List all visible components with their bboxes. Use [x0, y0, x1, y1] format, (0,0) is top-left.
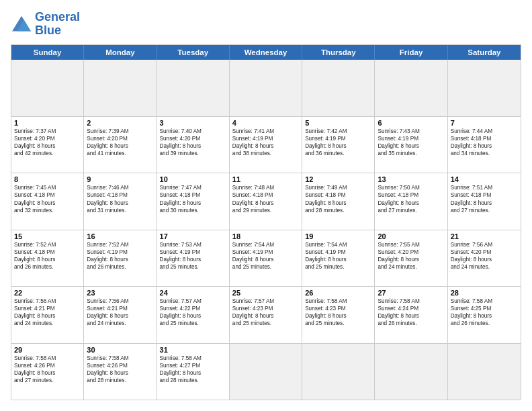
day-number: 17 — [160, 232, 226, 240]
day-number: 19 — [305, 232, 371, 240]
cell-line: Sunrise: 7:55 AM — [378, 241, 444, 248]
cell-line: Sunrise: 7:43 AM — [378, 128, 444, 135]
cell-line: Daylight: 8 hours — [14, 369, 81, 377]
cell-line: Sunset: 4:18 PM — [14, 191, 81, 199]
cell-line: and 26 minutes. — [451, 320, 518, 327]
day-number: 12 — [305, 175, 371, 183]
day-number: 31 — [160, 346, 226, 354]
day-number: 10 — [160, 175, 226, 183]
header-day-tuesday: Tuesday — [157, 45, 230, 60]
cell-line: Sunrise: 7:56 AM — [87, 298, 153, 305]
cell-line: Sunrise: 7:50 AM — [378, 184, 444, 191]
day-cell-1: 1Sunrise: 7:37 AMSunset: 4:20 PMDaylight… — [11, 117, 84, 173]
header: General Blue — [11, 11, 521, 38]
cell-line: Sunset: 4:23 PM — [305, 305, 371, 312]
day-cell-11: 11Sunrise: 7:48 AMSunset: 4:18 PMDayligh… — [230, 173, 302, 229]
cell-line: and 29 minutes. — [232, 207, 299, 214]
cell-line: Sunset: 4:21 PM — [87, 305, 153, 312]
cell-line: Sunrise: 7:52 AM — [14, 241, 81, 248]
cell-line: Sunrise: 7:54 AM — [305, 241, 371, 248]
cell-line: Daylight: 8 hours — [160, 256, 226, 263]
day-cell-4: 4Sunrise: 7:41 AMSunset: 4:19 PMDaylight… — [230, 117, 302, 173]
cell-line: Daylight: 8 hours — [451, 256, 518, 263]
cell-line: Sunrise: 7:57 AM — [160, 298, 226, 305]
day-cell-14: 14Sunrise: 7:51 AMSunset: 4:18 PMDayligh… — [448, 173, 521, 229]
cell-line: and 26 minutes. — [378, 320, 444, 327]
day-cell-25: 25Sunrise: 7:57 AMSunset: 4:23 PMDayligh… — [230, 287, 302, 342]
cell-line: Sunset: 4:18 PM — [451, 135, 518, 142]
week-row-1: 1Sunrise: 7:37 AMSunset: 4:20 PMDaylight… — [11, 116, 521, 173]
day-number: 20 — [378, 232, 444, 240]
day-number: 26 — [305, 289, 371, 297]
cell-line: Daylight: 8 hours — [87, 312, 153, 320]
cell-line: Sunrise: 7:58 AM — [451, 298, 518, 305]
cell-line: and 25 minutes. — [232, 320, 299, 327]
cell-line: and 27 minutes. — [14, 377, 81, 384]
cell-line: Sunrise: 7:58 AM — [378, 298, 444, 305]
cell-line: and 28 minutes. — [305, 207, 371, 214]
cell-line: Sunrise: 7:53 AM — [160, 241, 226, 248]
cell-line: and 25 minutes. — [160, 320, 226, 327]
cell-line: Sunrise: 7:58 AM — [305, 298, 371, 305]
day-number: 5 — [305, 119, 371, 127]
cell-line: and 31 minutes. — [87, 207, 153, 214]
cell-line: Sunset: 4:20 PM — [87, 135, 153, 142]
cell-line: and 25 minutes. — [232, 263, 299, 271]
header-day-saturday: Saturday — [448, 45, 521, 60]
header-day-wednesday: Wednesday — [230, 45, 302, 60]
cell-line: and 24 minutes. — [378, 263, 444, 271]
cell-line: Sunrise: 7:42 AM — [305, 128, 371, 135]
cell-line: Daylight: 8 hours — [14, 142, 81, 150]
cell-line: Sunset: 4:18 PM — [305, 191, 371, 199]
cell-line: Daylight: 8 hours — [160, 369, 226, 377]
day-number: 29 — [14, 346, 81, 354]
day-cell-27: 27Sunrise: 7:58 AMSunset: 4:24 PMDayligh… — [375, 287, 447, 342]
cell-line: Sunrise: 7:46 AM — [87, 184, 153, 191]
calendar-header: SundayMondayTuesdayWednesdayThursdayFrid… — [11, 45, 521, 60]
cell-line: and 41 minutes. — [87, 150, 153, 157]
cell-line: Sunset: 4:20 PM — [14, 135, 81, 142]
cell-line: and 28 minutes. — [87, 377, 153, 384]
week-row-5: 29Sunrise: 7:58 AMSunset: 4:26 PMDayligh… — [11, 343, 521, 400]
day-cell-5: 5Sunrise: 7:42 AMSunset: 4:19 PMDaylight… — [302, 117, 375, 173]
cell-line: and 28 minutes. — [160, 377, 226, 384]
cell-line: and 25 minutes. — [160, 263, 226, 271]
cell-line: Daylight: 8 hours — [305, 142, 371, 150]
day-number: 13 — [378, 175, 444, 183]
cell-line: Sunset: 4:19 PM — [232, 135, 299, 142]
cell-line: Sunset: 4:22 PM — [160, 305, 226, 312]
cell-line: Sunrise: 7:56 AM — [14, 298, 81, 305]
cell-line: Sunrise: 7:56 AM — [451, 241, 518, 248]
logo-text: General Blue — [35, 11, 80, 38]
cell-line: Daylight: 8 hours — [232, 199, 299, 207]
day-number: 23 — [87, 289, 153, 297]
day-cell-6: 6Sunrise: 7:43 AMSunset: 4:19 PMDaylight… — [375, 117, 447, 173]
calendar: SundayMondayTuesdayWednesdayThursdayFrid… — [11, 44, 521, 400]
cell-line: Daylight: 8 hours — [305, 312, 371, 320]
cell-line: Sunrise: 7:49 AM — [305, 184, 371, 191]
cell-line: Sunset: 4:21 PM — [14, 305, 81, 312]
cell-line: Daylight: 8 hours — [378, 142, 444, 150]
empty-cell — [230, 60, 302, 116]
cell-line: Sunrise: 7:54 AM — [232, 241, 299, 248]
cell-line: Daylight: 8 hours — [232, 312, 299, 320]
logo-icon — [11, 15, 32, 34]
cell-line: Daylight: 8 hours — [451, 312, 518, 320]
day-cell-15: 15Sunrise: 7:52 AMSunset: 4:18 PMDayligh… — [11, 230, 84, 286]
empty-cell — [448, 344, 521, 400]
cell-line: Daylight: 8 hours — [87, 369, 153, 377]
cell-line: and 25 minutes. — [305, 263, 371, 271]
day-cell-18: 18Sunrise: 7:54 AMSunset: 4:19 PMDayligh… — [230, 230, 302, 286]
cell-line: and 26 minutes. — [14, 263, 81, 271]
day-cell-29: 29Sunrise: 7:58 AMSunset: 4:26 PMDayligh… — [11, 344, 84, 400]
cell-line: and 34 minutes. — [451, 150, 518, 157]
cell-line: Sunset: 4:19 PM — [232, 248, 299, 256]
cell-line: Sunset: 4:19 PM — [87, 248, 153, 256]
day-cell-26: 26Sunrise: 7:58 AMSunset: 4:23 PMDayligh… — [302, 287, 375, 342]
day-number: 24 — [160, 289, 226, 297]
cell-line: Sunrise: 7:47 AM — [160, 184, 226, 191]
cell-line: and 32 minutes. — [14, 207, 81, 214]
day-number: 11 — [232, 175, 299, 183]
week-row-0 — [11, 60, 521, 116]
week-row-4: 22Sunrise: 7:56 AMSunset: 4:21 PMDayligh… — [11, 286, 521, 342]
